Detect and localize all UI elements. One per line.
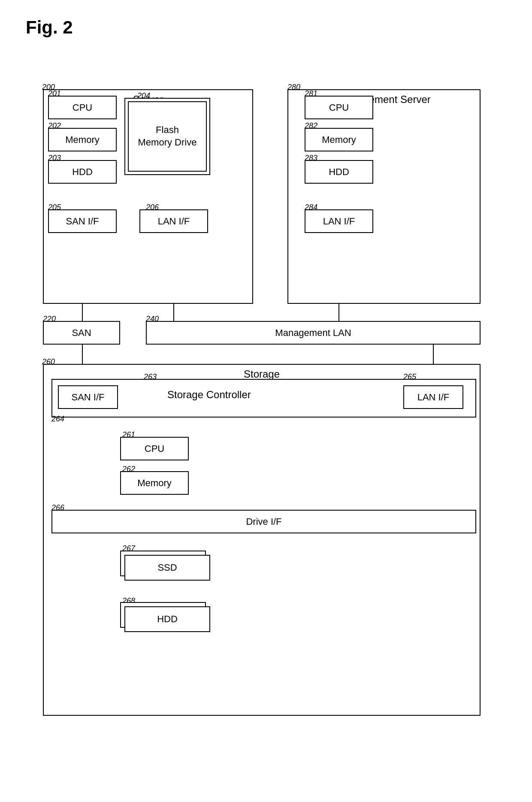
ssd-front: SSD: [124, 555, 210, 581]
storage-label: Storage: [244, 368, 280, 380]
sc-sanif: SAN I/F: [58, 385, 118, 409]
figure-title: Fig. 2: [26, 17, 506, 38]
mgmt-hdd: HDD: [305, 160, 373, 184]
sc-264-ref: 264: [51, 415, 64, 424]
hdd-front: HDD: [124, 606, 210, 632]
storage-ref: 260: [42, 357, 55, 366]
storage-cpu: CPU: [120, 437, 189, 460]
server-lanif: LAN I/F: [139, 209, 208, 233]
sc-label: Storage Controller: [167, 389, 251, 401]
sc-lanif: LAN I/F: [403, 385, 463, 409]
mgmt-cpu: CPU: [305, 96, 373, 119]
mgmt-memory: Memory: [305, 128, 373, 151]
sc-ref: 263: [144, 372, 157, 381]
storage-memory: Memory: [120, 471, 189, 495]
mgmt-ref: 280: [287, 83, 300, 92]
server-sanif: SAN I/F: [48, 209, 117, 233]
flash-drive-inner: Flash Memory Drive: [128, 101, 207, 172]
page-container: Fig. 2: [26, 17, 506, 38]
mgmt-lanif: LAN I/F: [305, 209, 373, 233]
sc-lanif-ref: 265: [403, 372, 416, 381]
san-box: SAN: [43, 321, 120, 345]
server-memory: Memory: [48, 128, 117, 151]
drive-if-box: Drive I/F: [51, 510, 476, 533]
mgmt-lan-box: Management LAN: [146, 321, 481, 345]
server-cpu: CPU: [48, 96, 117, 119]
server-hdd: HDD: [48, 160, 117, 184]
